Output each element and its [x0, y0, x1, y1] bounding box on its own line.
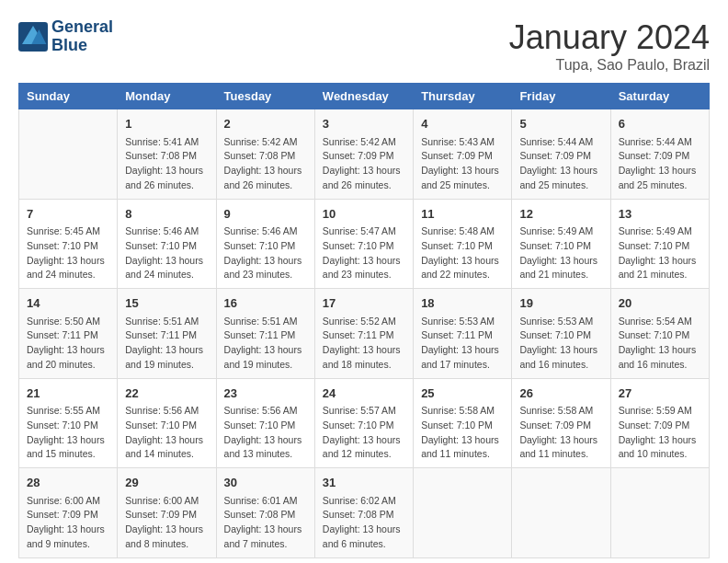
- day-number: 30: [224, 474, 307, 492]
- day-number: 15: [125, 294, 208, 313]
- day-cell: 15Sunrise: 5:51 AM Sunset: 7:11 PM Dayli…: [118, 289, 216, 379]
- day-info: Sunrise: 5:51 AM Sunset: 7:11 PM Dayligh…: [125, 315, 208, 373]
- day-cell: 3Sunrise: 5:42 AM Sunset: 7:09 PM Daylig…: [314, 109, 413, 200]
- day-cell: 27Sunrise: 5:59 AM Sunset: 7:09 PM Dayli…: [610, 378, 709, 468]
- day-number: 31: [323, 474, 405, 492]
- day-info: Sunrise: 6:02 AM Sunset: 7:08 PM Dayligh…: [323, 494, 405, 552]
- day-info: Sunrise: 5:56 AM Sunset: 7:10 PM Dayligh…: [125, 404, 208, 462]
- day-cell: 26Sunrise: 5:58 AM Sunset: 7:09 PM Dayli…: [512, 378, 610, 468]
- day-number: 27: [619, 385, 701, 403]
- day-number: 12: [519, 205, 602, 224]
- header-cell-tuesday: Tuesday: [216, 84, 314, 109]
- day-cell: 19Sunrise: 5:53 AM Sunset: 7:10 PM Dayli…: [512, 289, 610, 379]
- day-info: Sunrise: 5:48 AM Sunset: 7:10 PM Dayligh…: [421, 224, 504, 282]
- day-info: Sunrise: 5:58 AM Sunset: 7:10 PM Dayligh…: [421, 404, 504, 462]
- day-cell: 14Sunrise: 5:50 AM Sunset: 7:11 PM Dayli…: [19, 289, 118, 379]
- day-cell: [610, 468, 709, 558]
- day-number: 13: [619, 205, 701, 224]
- day-number: 10: [323, 205, 405, 224]
- day-number: 26: [519, 385, 602, 403]
- day-cell: 28Sunrise: 6:00 AM Sunset: 7:09 PM Dayli…: [19, 468, 118, 558]
- day-info: Sunrise: 5:46 AM Sunset: 7:10 PM Dayligh…: [224, 224, 307, 282]
- day-number: 5: [519, 115, 602, 133]
- logo-text: General Blue: [51, 18, 113, 55]
- day-number: 22: [125, 385, 208, 403]
- day-info: Sunrise: 5:44 AM Sunset: 7:09 PM Dayligh…: [619, 135, 701, 193]
- day-cell: 31Sunrise: 6:02 AM Sunset: 7:08 PM Dayli…: [314, 468, 413, 558]
- day-info: Sunrise: 5:54 AM Sunset: 7:10 PM Dayligh…: [619, 315, 701, 373]
- day-number: 1: [125, 115, 208, 133]
- day-info: Sunrise: 6:00 AM Sunset: 7:09 PM Dayligh…: [125, 494, 208, 552]
- day-info: Sunrise: 5:53 AM Sunset: 7:11 PM Dayligh…: [421, 315, 504, 373]
- day-cell: 24Sunrise: 5:57 AM Sunset: 7:10 PM Dayli…: [314, 378, 413, 468]
- day-number: 17: [323, 294, 405, 313]
- day-cell: 9Sunrise: 5:46 AM Sunset: 7:10 PM Daylig…: [216, 199, 314, 289]
- day-info: Sunrise: 5:43 AM Sunset: 7:09 PM Dayligh…: [421, 135, 504, 193]
- title-area: January 2024 Tupa, Sao Paulo, Brazil: [509, 18, 710, 74]
- calendar-table: SundayMondayTuesdayWednesdayThursdayFrid…: [18, 83, 710, 558]
- day-cell: [414, 468, 512, 558]
- day-number: 18: [421, 294, 504, 313]
- header-cell-friday: Friday: [512, 84, 610, 109]
- day-info: Sunrise: 5:42 AM Sunset: 7:09 PM Dayligh…: [323, 135, 405, 193]
- day-cell: 8Sunrise: 5:46 AM Sunset: 7:10 PM Daylig…: [118, 199, 216, 289]
- day-info: Sunrise: 5:49 AM Sunset: 7:10 PM Dayligh…: [519, 224, 602, 282]
- day-info: Sunrise: 6:01 AM Sunset: 7:08 PM Dayligh…: [224, 494, 307, 552]
- day-number: 2: [224, 115, 307, 133]
- day-info: Sunrise: 5:41 AM Sunset: 7:08 PM Dayligh…: [125, 135, 208, 193]
- week-row-1: 1Sunrise: 5:41 AM Sunset: 7:08 PM Daylig…: [19, 109, 710, 200]
- week-row-3: 14Sunrise: 5:50 AM Sunset: 7:11 PM Dayli…: [19, 289, 710, 379]
- day-number: 28: [27, 474, 109, 492]
- header-row: SundayMondayTuesdayWednesdayThursdayFrid…: [19, 84, 710, 109]
- day-cell: [19, 109, 118, 200]
- week-row-2: 7Sunrise: 5:45 AM Sunset: 7:10 PM Daylig…: [19, 199, 710, 289]
- day-cell: 1Sunrise: 5:41 AM Sunset: 7:08 PM Daylig…: [118, 109, 216, 200]
- day-info: Sunrise: 5:52 AM Sunset: 7:11 PM Dayligh…: [323, 315, 405, 373]
- header-cell-monday: Monday: [118, 84, 216, 109]
- day-cell: 11Sunrise: 5:48 AM Sunset: 7:10 PM Dayli…: [414, 199, 512, 289]
- day-cell: [512, 468, 610, 558]
- day-cell: 30Sunrise: 6:01 AM Sunset: 7:08 PM Dayli…: [216, 468, 314, 558]
- day-number: 3: [323, 115, 405, 133]
- day-cell: 17Sunrise: 5:52 AM Sunset: 7:11 PM Dayli…: [314, 289, 413, 379]
- day-number: 14: [27, 294, 109, 313]
- day-cell: 13Sunrise: 5:49 AM Sunset: 7:10 PM Dayli…: [610, 199, 709, 289]
- day-info: Sunrise: 5:59 AM Sunset: 7:09 PM Dayligh…: [619, 404, 701, 462]
- week-row-4: 21Sunrise: 5:55 AM Sunset: 7:10 PM Dayli…: [19, 378, 710, 468]
- day-number: 19: [519, 294, 602, 313]
- day-cell: 6Sunrise: 5:44 AM Sunset: 7:09 PM Daylig…: [610, 109, 709, 200]
- page-header: General Blue January 2024 Tupa, Sao Paul…: [18, 18, 710, 74]
- day-number: 4: [421, 115, 504, 133]
- day-info: Sunrise: 5:42 AM Sunset: 7:08 PM Dayligh…: [224, 135, 307, 193]
- day-cell: 2Sunrise: 5:42 AM Sunset: 7:08 PM Daylig…: [216, 109, 314, 200]
- day-number: 11: [421, 205, 504, 224]
- day-info: Sunrise: 5:49 AM Sunset: 7:10 PM Dayligh…: [619, 224, 701, 282]
- day-cell: 4Sunrise: 5:43 AM Sunset: 7:09 PM Daylig…: [414, 109, 512, 200]
- header-cell-wednesday: Wednesday: [314, 84, 413, 109]
- location: Tupa, Sao Paulo, Brazil: [509, 57, 710, 74]
- day-number: 6: [619, 115, 701, 133]
- day-info: Sunrise: 5:53 AM Sunset: 7:10 PM Dayligh…: [519, 315, 602, 373]
- day-info: Sunrise: 5:51 AM Sunset: 7:11 PM Dayligh…: [224, 315, 307, 373]
- header-cell-saturday: Saturday: [610, 84, 709, 109]
- day-info: Sunrise: 5:58 AM Sunset: 7:09 PM Dayligh…: [519, 404, 602, 462]
- day-info: Sunrise: 5:45 AM Sunset: 7:10 PM Dayligh…: [27, 224, 109, 282]
- logo-icon: [18, 22, 48, 52]
- day-info: Sunrise: 5:46 AM Sunset: 7:10 PM Dayligh…: [125, 224, 208, 282]
- day-number: 8: [125, 205, 208, 224]
- header-cell-thursday: Thursday: [414, 84, 512, 109]
- day-cell: 22Sunrise: 5:56 AM Sunset: 7:10 PM Dayli…: [118, 378, 216, 468]
- day-cell: 5Sunrise: 5:44 AM Sunset: 7:09 PM Daylig…: [512, 109, 610, 200]
- day-cell: 25Sunrise: 5:58 AM Sunset: 7:10 PM Dayli…: [414, 378, 512, 468]
- week-row-5: 28Sunrise: 6:00 AM Sunset: 7:09 PM Dayli…: [19, 468, 710, 558]
- day-number: 16: [224, 294, 307, 313]
- day-number: 9: [224, 205, 307, 224]
- day-info: Sunrise: 5:56 AM Sunset: 7:10 PM Dayligh…: [224, 404, 307, 462]
- day-cell: 23Sunrise: 5:56 AM Sunset: 7:10 PM Dayli…: [216, 378, 314, 468]
- day-cell: 20Sunrise: 5:54 AM Sunset: 7:10 PM Dayli…: [610, 289, 709, 379]
- day-cell: 29Sunrise: 6:00 AM Sunset: 7:09 PM Dayli…: [118, 468, 216, 558]
- day-number: 25: [421, 385, 504, 403]
- day-info: Sunrise: 5:50 AM Sunset: 7:11 PM Dayligh…: [27, 315, 109, 373]
- day-number: 20: [619, 294, 701, 313]
- day-info: Sunrise: 5:55 AM Sunset: 7:10 PM Dayligh…: [27, 404, 109, 462]
